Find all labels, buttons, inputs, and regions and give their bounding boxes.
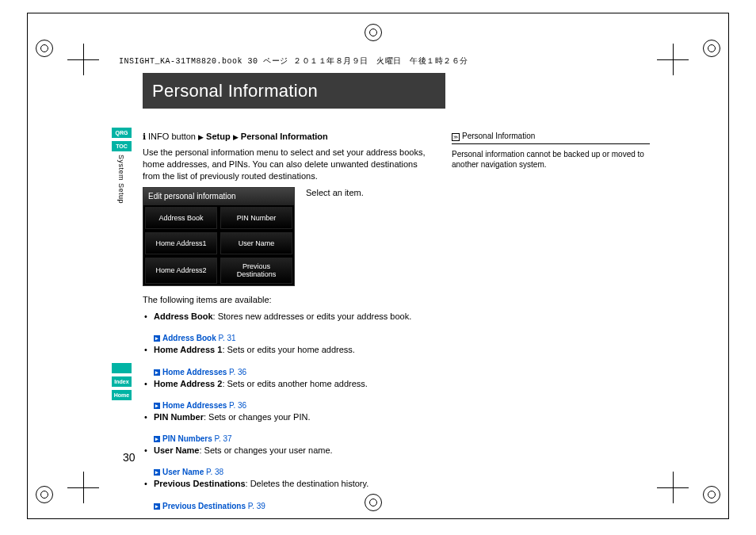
main-content: ℹ INFO button ▶ Setup ▶ Personal Informa…: [143, 131, 436, 512]
list-item: Home Address 2: Sets or edits another ho…: [143, 378, 436, 389]
cross-reference-link[interactable]: ▸Home Addresses P. 36: [143, 400, 436, 411]
list-item: Previous Destinations: Deletes the desti…: [143, 478, 436, 489]
crop-mark-icon: [657, 472, 689, 503]
breadcrumb-setup: Setup: [206, 132, 231, 141]
list-item: Address Book: Stores new addresses or ed…: [143, 311, 436, 322]
cross-reference-link[interactable]: ▸User Name P. 38: [143, 467, 436, 478]
item-desc: : Sets or changes your user name.: [199, 445, 332, 455]
list-item: Home Address 1: Sets or edits your home …: [143, 344, 436, 355]
item-name: Previous Destinations: [154, 479, 246, 488]
select-item-text: Select an item.: [301, 187, 436, 199]
cross-reference-link[interactable]: ▸PIN Numbers P. 37: [143, 434, 436, 445]
tab-toc[interactable]: TOC: [112, 141, 132, 151]
edit-panel-title: Edit personal information: [143, 188, 294, 205]
register-mark-icon: [703, 486, 720, 503]
panel-button-pin-number[interactable]: PIN Number: [220, 207, 292, 229]
panel-button-address-book[interactable]: Address Book: [145, 207, 217, 229]
cross-reference-link[interactable]: ▸Address Book P. 31: [143, 333, 436, 344]
chevron-right-icon: ▶: [233, 133, 239, 141]
tab-qrg[interactable]: QRG: [112, 128, 132, 138]
link-icon: ▸: [154, 335, 160, 342]
edit-info-panel: Edit personal information Address Book P…: [143, 187, 295, 286]
register-mark-icon: [365, 24, 382, 41]
item-name: Address Book: [154, 311, 213, 321]
section-label: System Setup: [117, 155, 125, 204]
panel-button-previous-destinations[interactable]: Previous Destinations: [220, 258, 292, 284]
item-desc: : Sets or edits your home address.: [222, 345, 355, 354]
register-mark-icon: [36, 40, 53, 57]
crop-mark-icon: [67, 472, 99, 503]
note-heading: Personal Information: [462, 132, 535, 140]
side-tabs-top: QRG TOC System Setup: [112, 128, 132, 204]
item-desc: : Sets or changes your PIN.: [204, 412, 311, 422]
crop-mark-icon: [657, 44, 689, 75]
intro-text: Use the personal information menu to sel…: [143, 147, 436, 182]
note-icon: ≫: [452, 133, 460, 141]
document-meta: INSIGHT_KA-31TM8820.book 30 ページ ２０１１年８月９…: [119, 55, 468, 67]
link-icon: ▸: [154, 436, 160, 442]
item-desc: : Sets or edits another home address.: [222, 379, 367, 388]
page-title: Personal Information: [143, 73, 445, 109]
cross-reference-link[interactable]: ▸Home Addresses P. 36: [143, 367, 436, 378]
link-icon: ▸: [154, 469, 160, 476]
register-mark-icon: [36, 486, 53, 503]
breadcrumb-info: INFO button: [148, 132, 196, 141]
panel-button-home-address1[interactable]: Home Address1: [145, 232, 217, 254]
item-name: Home Address 2: [154, 379, 222, 388]
register-mark-icon: [703, 40, 720, 57]
crop-mark-icon: [67, 44, 99, 75]
item-desc: : Deletes the destination history.: [246, 479, 369, 488]
chevron-right-icon: ▶: [198, 133, 204, 141]
item-name: User Name: [154, 445, 199, 455]
list-item: User Name: Sets or changes your user nam…: [143, 445, 436, 456]
tab-index[interactable]: Index: [112, 376, 132, 387]
side-note: ≫Personal Information Personal informati…: [452, 131, 650, 170]
cross-reference-link[interactable]: ▸Previous Destinations P. 39: [143, 501, 436, 512]
tab-voice[interactable]: [112, 363, 132, 373]
panel-button-user-name[interactable]: User Name: [220, 232, 292, 254]
link-icon: ▸: [154, 369, 160, 376]
panel-button-home-address2[interactable]: Home Address2: [145, 258, 217, 284]
page-number: 30: [123, 451, 136, 464]
breadcrumb-section: Personal Information: [241, 132, 328, 141]
side-tabs-bottom: Index Home: [112, 363, 132, 403]
tab-home[interactable]: Home: [112, 390, 132, 400]
list-item: PIN Number: Sets or changes your PIN.: [143, 411, 436, 422]
item-desc: : Stores new addresses or edits your add…: [213, 311, 412, 321]
breadcrumb: ℹ INFO button ▶ Setup ▶ Personal Informa…: [143, 131, 436, 143]
link-icon: ▸: [154, 503, 160, 510]
available-label: The following items are available:: [143, 294, 436, 306]
info-icon: ℹ: [143, 132, 146, 141]
item-name: PIN Number: [154, 412, 204, 422]
link-icon: ▸: [154, 403, 160, 409]
note-body: Personal information cannot be backed up…: [452, 149, 650, 170]
item-name: Home Address 1: [154, 345, 222, 354]
